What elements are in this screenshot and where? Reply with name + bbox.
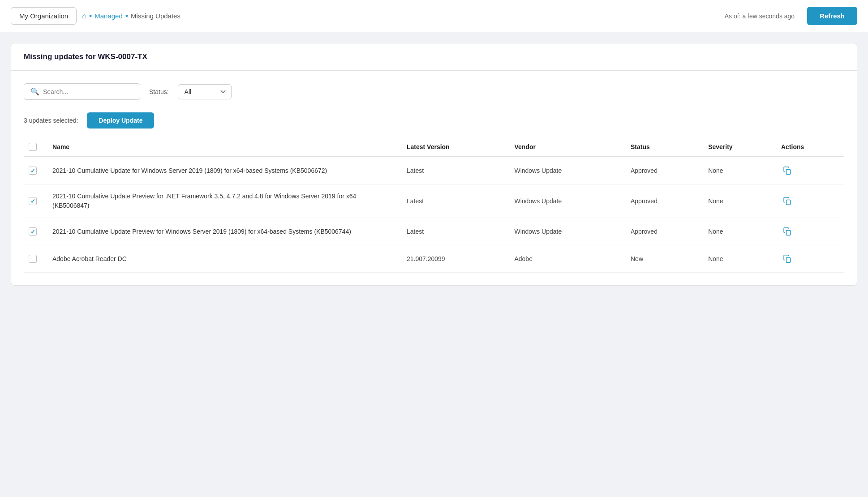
table-body: 2021-10 Cumulative Update for Windows Se…	[24, 157, 844, 273]
timestamp: As of: a few seconds ago	[725, 13, 795, 20]
copy-action-button[interactable]	[781, 164, 794, 177]
refresh-button[interactable]: Refresh	[807, 7, 857, 25]
table-row: 2021-10 Cumulative Update Preview for .N…	[24, 184, 844, 218]
search-icon: 🔍	[30, 87, 39, 96]
row-severity: None	[701, 184, 774, 218]
row-status: Approved	[623, 157, 701, 184]
row-status: Approved	[623, 184, 701, 218]
breadcrumb-dot-2: •	[125, 12, 128, 20]
status-select[interactable]: All Approved New Declined	[178, 84, 232, 99]
breadcrumb-missing-updates: Missing Updates	[131, 12, 180, 20]
row-name: 2021-10 Cumulative Update for Windows Se…	[45, 157, 400, 184]
main-content: Missing updates for WKS-0007-TX 🔍 Status…	[0, 32, 868, 296]
row-name: 2021-10 Cumulative Update Preview for Wi…	[45, 218, 400, 245]
row-checkbox[interactable]	[29, 167, 37, 175]
svg-rect-2	[786, 231, 791, 236]
row-checkbox[interactable]	[29, 255, 37, 263]
app-header: My Organization ⌂ • Managed • Missing Up…	[0, 0, 868, 32]
row-vendor: Windows Update	[507, 157, 623, 184]
row-actions	[774, 218, 844, 245]
row-severity: None	[701, 218, 774, 245]
row-actions	[774, 245, 844, 273]
table-row: 2021-10 Cumulative Update for Windows Se…	[24, 157, 844, 184]
row-latest-version: Latest	[400, 157, 507, 184]
row-latest-version: Latest	[400, 184, 507, 218]
breadcrumb-managed[interactable]: Managed	[95, 12, 123, 20]
row-latest-version: Latest	[400, 218, 507, 245]
card-body: 🔍 Status: All Approved New Declined 3 up…	[11, 71, 857, 285]
row-checkbox-cell	[24, 245, 45, 273]
row-status: Approved	[623, 218, 701, 245]
selected-count: 3 updates selected:	[24, 117, 78, 124]
header-checkbox-cell	[24, 137, 45, 157]
table-row: Adobe Acrobat Reader DC21.007.20099Adobe…	[24, 245, 844, 273]
col-header-vendor: Vendor	[507, 137, 623, 157]
row-actions	[774, 184, 844, 218]
deploy-update-button[interactable]: Deploy Update	[87, 112, 154, 129]
row-latest-version: 21.007.20099	[400, 245, 507, 273]
search-input[interactable]	[43, 88, 133, 95]
search-box: 🔍	[24, 83, 140, 100]
row-name: 2021-10 Cumulative Update Preview for .N…	[45, 184, 400, 218]
updates-table-wrapper: Name Latest Version Vendor Status Severi…	[24, 137, 844, 273]
row-status: New	[623, 245, 701, 273]
updates-table: Name Latest Version Vendor Status Severi…	[24, 137, 844, 273]
row-vendor: Windows Update	[507, 218, 623, 245]
row-actions	[774, 157, 844, 184]
row-checkbox-cell	[24, 157, 45, 184]
row-vendor: Adobe	[507, 245, 623, 273]
row-name: Adobe Acrobat Reader DC	[45, 245, 400, 273]
copy-action-button[interactable]	[781, 225, 794, 238]
breadcrumb: ⌂ • Managed • Missing Updates	[82, 12, 180, 20]
col-header-latest-version: Latest Version	[400, 137, 507, 157]
row-checkbox[interactable]	[29, 197, 37, 205]
table-header-row: Name Latest Version Vendor Status Severi…	[24, 137, 844, 157]
home-icon: ⌂	[82, 12, 86, 20]
row-checkbox-cell	[24, 218, 45, 245]
col-header-name: Name	[45, 137, 400, 157]
actions-bar: 3 updates selected: Deploy Update	[24, 112, 844, 129]
breadcrumb-dot-1: •	[89, 12, 92, 20]
row-checkbox[interactable]	[29, 227, 37, 236]
select-all-checkbox[interactable]	[29, 143, 37, 151]
row-severity: None	[701, 245, 774, 273]
page-card: Missing updates for WKS-0007-TX 🔍 Status…	[11, 43, 857, 286]
filters-row: 🔍 Status: All Approved New Declined	[24, 83, 844, 100]
svg-rect-0	[786, 170, 791, 175]
col-header-severity: Severity	[701, 137, 774, 157]
row-vendor: Windows Update	[507, 184, 623, 218]
col-header-status: Status	[623, 137, 701, 157]
card-header: Missing updates for WKS-0007-TX	[11, 43, 857, 71]
row-checkbox-cell	[24, 184, 45, 218]
row-severity: None	[701, 157, 774, 184]
status-label: Status:	[149, 88, 169, 95]
copy-action-button[interactable]	[781, 253, 794, 265]
svg-rect-3	[786, 258, 791, 263]
table-row: 2021-10 Cumulative Update Preview for Wi…	[24, 218, 844, 245]
copy-action-button[interactable]	[781, 195, 794, 207]
page-title: Missing updates for WKS-0007-TX	[24, 52, 844, 61]
org-button[interactable]: My Organization	[11, 7, 77, 25]
col-header-actions: Actions	[774, 137, 844, 157]
svg-rect-1	[786, 200, 791, 205]
